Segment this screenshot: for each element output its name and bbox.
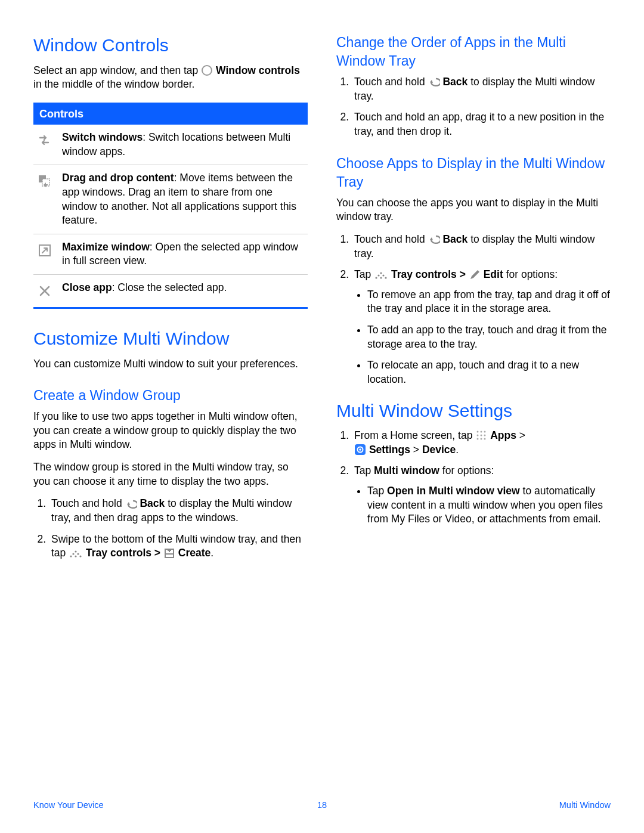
list-item: Touch and hold Back to display the Multi… [352,75,611,103]
text: Touch and hold [51,497,125,509]
customize-intro: You can customize Multi window to suit y… [33,357,308,371]
text-bold: Apps [490,429,516,441]
text: > [413,444,422,456]
drag-drop-icon [35,171,55,191]
text: From a Home screen, tap [354,429,475,441]
control-text: Drag and drop content: Move items betwee… [62,171,305,228]
edit-icon [469,270,481,280]
list-item: Touch and hold Back to display the Multi… [49,497,308,525]
text-bold: Window controls [216,64,300,76]
text-bold: Create [178,547,210,559]
text-bold: Multi window [374,465,439,476]
list-item: Swipe to the bottom of the Multi window … [49,532,308,561]
heading-change-order: Change the Order of Apps in the Multi Wi… [336,33,611,70]
text: Select an app window, and then tap [33,64,201,76]
text: Tap [354,268,374,280]
text: . [210,547,213,559]
list-item: To remove an app from the tray, tap and … [367,288,611,316]
text-bold: Back [140,497,165,509]
text: Touch and hold [354,233,428,245]
choose-bullets: To remove an app from the tray, tap and … [354,288,611,387]
close-icon [35,281,55,301]
text: > [519,429,525,441]
controls-table-header: Controls [33,104,308,125]
text: . [456,444,459,456]
circle-icon [201,65,213,76]
list-item: Touch and hold Back to display the Multi… [352,233,611,261]
heading-customize-multi-window: Customize Multi Window [33,327,308,351]
control-row-drag-drop: Drag and drop content: Move items betwee… [33,165,308,234]
text-bold: Back [442,76,467,88]
text-bold: Tray controls > [86,547,163,559]
maximize-icon [35,240,55,261]
text-bold: Back [442,233,467,245]
settings-steps: From a Home screen, tap Apps > Settings … [336,429,611,527]
footer-right: Multi Window [559,800,611,812]
right-column: Change the Order of Apps in the Multi Wi… [336,33,611,568]
page-number: 18 [317,800,327,812]
back-icon [125,498,137,509]
control-text: Maximize window: Open the selected app w… [62,240,305,268]
control-row-close: Close app: Close the selected app. [33,275,308,307]
create-p2: The window group is stored in the Multi … [33,460,308,488]
text-bold: Device [422,444,456,456]
create-steps: Touch and hold Back to display the Multi… [33,497,308,561]
list-item: Touch and hold an app, drag it to a new … [352,110,611,138]
text-bold: Open in Multi window view [387,485,520,497]
order-steps: Touch and hold Back to display the Multi… [336,75,611,139]
list-item: To relocate an app, touch and drag it to… [367,358,611,386]
settings-icon [354,444,366,455]
list-item: Tap Open in Multi window view to automat… [367,484,611,527]
list-item: To add an app to the tray, touch and dra… [367,323,611,351]
list-item: Tap Tray controls > Edit for options: To… [352,268,611,386]
choose-steps: Touch and hold Back to display the Multi… [336,233,611,387]
switch-windows-icon [35,131,55,151]
text: for options: [442,465,494,476]
controls-table: Controls Switch windows: Switch location… [33,103,308,309]
text: for options: [506,268,558,280]
heading-choose-apps: Choose Apps to Display in the Multi Wind… [336,154,611,191]
heading-multi-window-settings: Multi Window Settings [336,399,611,423]
apps-icon [475,430,487,441]
footer-left: Know Your Device [33,800,104,812]
control-row-switch-windows: Switch windows: Switch locations between… [33,125,308,165]
text: Tap [367,485,387,497]
control-row-maximize: Maximize window: Open the selected app w… [33,234,308,275]
text: Tap [354,465,374,476]
back-icon [428,76,440,87]
text-bold: Settings [369,444,410,456]
heading-window-controls: Window Controls [33,33,308,58]
text-bold: Tray controls > [391,268,469,280]
left-column: Window Controls Select an app window, an… [33,33,308,568]
tray-controls-icon [374,270,388,280]
text: Touch and hold [354,76,428,88]
back-icon [428,234,440,244]
text-bold: Edit [484,268,503,280]
settings-bullets: Tap Open in Multi window view to automat… [354,484,611,527]
choose-intro: You can choose the apps you want to disp… [336,196,611,224]
create-icon [163,548,175,559]
control-text: Close app: Close the selected app. [62,281,305,295]
page-footer: Know Your Device 18 Multi Window [0,800,644,812]
create-p1: If you like to use two apps together in … [33,410,308,452]
heading-create-window-group: Create a Window Group [33,386,308,405]
text: in the middle of the window border. [33,78,194,90]
list-item: From a Home screen, tap Apps > Settings … [352,429,611,457]
control-text: Switch windows: Switch locations between… [62,131,305,159]
list-item: Tap Multi window for options: Tap Open i… [352,464,611,527]
tray-controls-icon [69,548,83,559]
window-controls-intro: Select an app window, and then tap Windo… [33,64,308,92]
